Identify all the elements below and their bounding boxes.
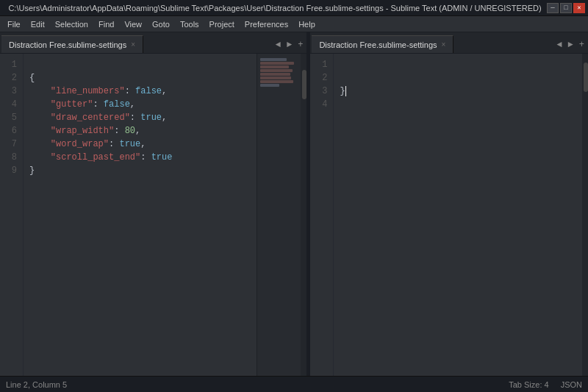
left-code-area[interactable]: 1 2 3 4 5 6 7 8 9 { "line_numbers": fals… (0, 54, 306, 376)
right-tab-bar: Distraction Free.sublime-settings × ◄ ► … (310, 32, 588, 54)
left-tab-controls: ◄ ► + (273, 40, 306, 53)
menu-item-help[interactable]: Help (294, 18, 320, 30)
status-bar: Line 2, Column 5 Tab Size: 4 JSON (0, 376, 588, 392)
right-tab-close[interactable]: × (442, 40, 446, 49)
menu-item-goto[interactable]: Goto (148, 18, 174, 30)
menu-bar: FileEditSelectionFindViewGotoToolsProjec… (0, 16, 588, 32)
left-pane: Distraction Free.sublime-settings × ◄ ► … (0, 32, 307, 376)
cursor-position: Line 2, Column 5 (6, 380, 67, 389)
minimap (257, 54, 301, 376)
left-scrollbar[interactable] (301, 54, 306, 376)
right-scrollbar-thumb[interactable] (584, 63, 588, 92)
left-nav-prev[interactable]: ◄ (273, 40, 283, 50)
right-nav-prev[interactable]: ◄ (554, 40, 564, 50)
right-tab-active[interactable]: Distraction Free.sublime-settings × (312, 35, 453, 53)
left-tab-label: Distraction Free.sublime-settings (9, 40, 126, 49)
left-tab-close[interactable]: × (131, 40, 135, 49)
status-position: Line 2, Column 5 (6, 380, 509, 389)
left-scrollbar-thumb[interactable] (302, 70, 306, 99)
menu-item-file[interactable]: File (3, 18, 25, 30)
menu-item-edit[interactable]: Edit (26, 18, 49, 30)
maximize-button[interactable]: □ (560, 3, 572, 13)
menu-item-view[interactable]: View (120, 18, 146, 30)
left-tab-bar: Distraction Free.sublime-settings × ◄ ► … (0, 32, 306, 54)
left-line-numbers: 1 2 3 4 5 6 7 8 9 (0, 54, 24, 376)
minimize-button[interactable]: ─ (547, 3, 559, 13)
syntax-label[interactable]: JSON (561, 380, 582, 389)
menu-item-find[interactable]: Find (94, 18, 118, 30)
tab-size[interactable]: Tab Size: 4 (509, 380, 548, 389)
right-code-area[interactable]: 1 2 3 4 } (310, 54, 588, 376)
window-controls: ─ □ ✕ (547, 3, 585, 13)
title-bar-text: C:\Users\Administrator\AppData\Roaming\S… (3, 4, 547, 13)
menu-item-tools[interactable]: Tools (176, 18, 204, 30)
right-pane: Distraction Free.sublime-settings × ◄ ► … (310, 32, 588, 376)
left-tab-active[interactable]: Distraction Free.sublime-settings × (1, 35, 143, 53)
right-nav-next[interactable]: ► (566, 40, 576, 50)
menu-item-preferences[interactable]: Preferences (240, 18, 293, 30)
close-button[interactable]: ✕ (573, 3, 585, 13)
right-scrollbar[interactable] (582, 54, 588, 376)
menu-item-project[interactable]: Project (205, 18, 239, 30)
right-add-tab[interactable]: + (577, 40, 587, 50)
left-code-content[interactable]: { "line_numbers": false, "gutter": false… (24, 54, 257, 376)
left-add-tab[interactable]: + (295, 40, 305, 50)
right-line-numbers: 1 2 3 4 (310, 54, 334, 376)
menu-item-selection[interactable]: Selection (51, 18, 93, 30)
editor-container: Distraction Free.sublime-settings × ◄ ► … (0, 32, 588, 376)
left-nav-next[interactable]: ► (284, 40, 294, 50)
title-bar: C:\Users\Administrator\AppData\Roaming\S… (0, 0, 588, 16)
status-right: Tab Size: 4 JSON (509, 380, 582, 389)
right-tab-controls: ◄ ► + (554, 40, 587, 53)
right-code-content[interactable]: } (334, 54, 582, 376)
right-tab-label: Distraction Free.sublime-settings (319, 40, 437, 49)
